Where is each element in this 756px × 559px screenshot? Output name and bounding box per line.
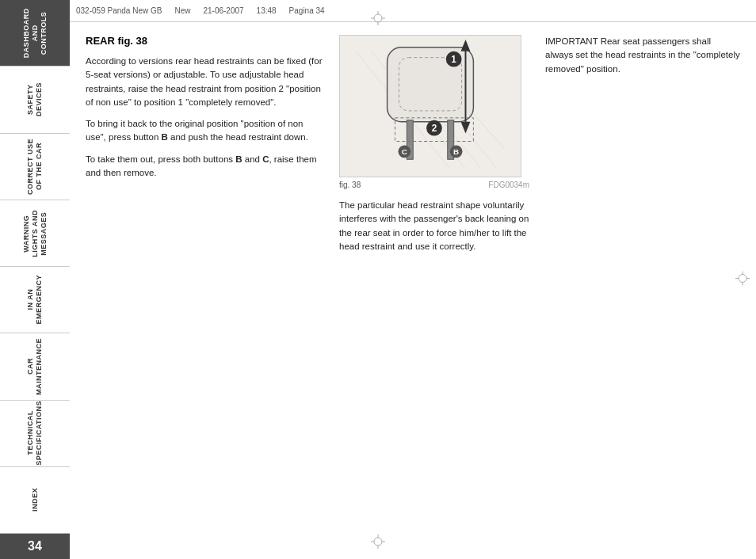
crosshair-right <box>735 272 750 288</box>
crosshair-top <box>371 11 385 27</box>
new-label: New <box>174 6 190 15</box>
crosshair-bottom <box>371 534 385 551</box>
svg-text:B: B <box>453 147 459 156</box>
top-bar: 032-059 Panda New GB New 21-06-2007 13:4… <box>70 0 756 22</box>
figure-caption: fig. 38 FDG0034m <box>339 181 529 189</box>
svg-text:1: 1 <box>451 54 456 65</box>
time-info: 13:48 <box>257 6 277 15</box>
page-number: 34 <box>0 534 70 559</box>
svg-text:C: C <box>402 147 407 156</box>
important-text: IMPORTANT Rear seat passengers shall alw… <box>545 35 740 76</box>
figure-container: 1 2 B <box>339 35 521 177</box>
sidebar-item-label: SAFETYDEVICES <box>23 79 47 120</box>
left-column: REAR fig. 38 According to versions rear … <box>86 35 323 546</box>
sidebar-item-label: IN ANEMERGENCY <box>23 272 47 328</box>
main-content: 032-059 Panda New GB New 21-06-2007 13:4… <box>70 0 756 559</box>
top-bar-content: 032-059 Panda New GB New 21-06-2007 13:4… <box>76 6 325 15</box>
figure-ref: FDG0034m <box>488 181 529 189</box>
figure-label: fig. 38 <box>339 181 361 189</box>
sidebar-item-index[interactable]: INDEX <box>0 467 70 534</box>
paragraph4: The particular head restraint shape volu… <box>339 199 529 253</box>
sidebar-item-label: CARMAINTENANCE <box>23 335 47 398</box>
svg-text:2: 2 <box>432 123 437 134</box>
svg-point-0 <box>374 14 382 22</box>
right-column: IMPORTANT Rear seat passengers shall alw… <box>545 35 740 546</box>
page-info: Pagina 34 <box>289 6 325 15</box>
sidebar-item-label: TECHNICALSPECIFICATIONS <box>23 401 47 467</box>
content-area: REAR fig. 38 According to versions rear … <box>70 22 756 559</box>
sidebar-item-correct-use[interactable]: CORRECT USEOF THE CAR <box>0 134 70 200</box>
date-info: 21-06-2007 <box>203 6 243 15</box>
svg-point-27 <box>374 538 382 546</box>
sidebar-item-warning[interactable]: WARNINGLIGHTS ANDMESSAGES <box>0 200 70 267</box>
sidebar-item-technical[interactable]: TECHNICALSPECIFICATIONS <box>0 401 70 467</box>
sidebar-item-label: INDEX <box>28 485 43 515</box>
paragraph2: To bring it back to the original positio… <box>86 117 323 145</box>
sidebar-item-dashboard[interactable]: DASHBOARDAND CONTROLS <box>0 0 70 67</box>
sidebar-item-label: WARNINGLIGHTS ANDMESSAGES <box>19 207 51 260</box>
middle-column: 1 2 B <box>339 35 529 546</box>
section-title: REAR fig. 38 <box>86 35 323 47</box>
sidebar-item-label: DASHBOARDAND CONTROLS <box>19 0 51 66</box>
sidebar-item-label: CORRECT USEOF THE CAR <box>23 135 47 198</box>
file-info: 032-059 Panda New GB <box>76 6 162 15</box>
sidebar-items: DASHBOARDAND CONTROLS SAFETYDEVICES CORR… <box>0 0 70 534</box>
sidebar: DASHBOARDAND CONTROLS SAFETYDEVICES CORR… <box>0 0 70 559</box>
paragraph3: To take them out, press both buttons B a… <box>86 153 323 181</box>
paragraph1: According to versions rear head restrain… <box>86 55 323 109</box>
sidebar-item-emergency[interactable]: IN ANEMERGENCY <box>0 267 70 333</box>
svg-point-32 <box>739 275 746 283</box>
sidebar-item-safety[interactable]: SAFETYDEVICES <box>0 67 70 133</box>
sidebar-item-maintenance[interactable]: CARMAINTENANCE <box>0 333 70 400</box>
